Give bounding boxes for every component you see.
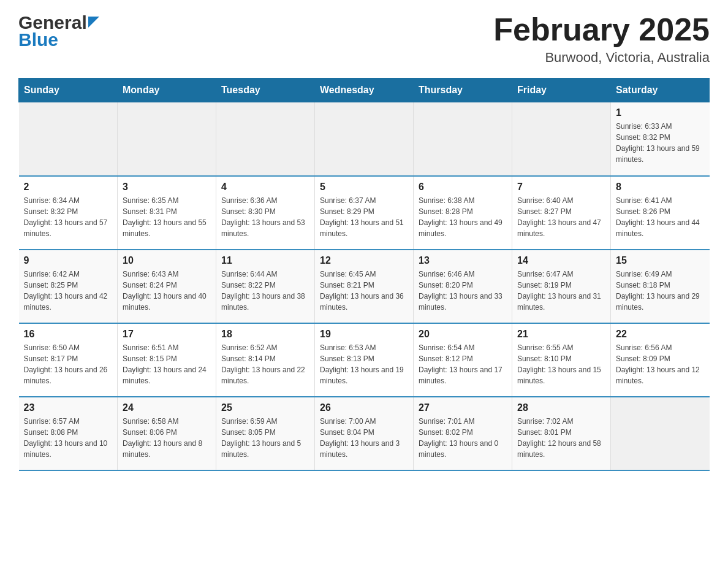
day-number: 15 xyxy=(616,255,705,266)
day-info: Sunrise: 6:57 AM Sunset: 8:08 PM Dayligh… xyxy=(24,416,113,460)
day-info: Sunrise: 7:01 AM Sunset: 8:02 PM Dayligh… xyxy=(419,416,507,460)
col-saturday: Saturday xyxy=(611,79,710,102)
day-info: Sunrise: 7:00 AM Sunset: 8:04 PM Dayligh… xyxy=(320,416,408,460)
day-number: 1 xyxy=(616,107,705,118)
cell-week4-day2: 18Sunrise: 6:52 AM Sunset: 8:14 PM Dayli… xyxy=(216,323,315,397)
day-info: Sunrise: 6:35 AM Sunset: 8:31 PM Dayligh… xyxy=(123,195,211,239)
day-number: 17 xyxy=(123,329,211,340)
day-info: Sunrise: 6:50 AM Sunset: 8:17 PM Dayligh… xyxy=(24,342,113,386)
week-row-3: 9Sunrise: 6:42 AM Sunset: 8:25 PM Daylig… xyxy=(19,250,710,323)
day-info: Sunrise: 6:47 AM Sunset: 8:19 PM Dayligh… xyxy=(517,269,605,313)
cell-week3-day3: 12Sunrise: 6:45 AM Sunset: 8:21 PM Dayli… xyxy=(315,250,414,323)
day-number: 25 xyxy=(221,402,309,413)
cell-week2-day4: 6Sunrise: 6:38 AM Sunset: 8:28 PM Daylig… xyxy=(414,176,512,250)
day-number: 14 xyxy=(517,255,605,266)
cell-week4-day4: 20Sunrise: 6:54 AM Sunset: 8:12 PM Dayli… xyxy=(414,323,512,397)
day-number: 23 xyxy=(24,402,113,413)
day-info: Sunrise: 6:46 AM Sunset: 8:20 PM Dayligh… xyxy=(419,269,507,313)
cell-week3-day6: 15Sunrise: 6:49 AM Sunset: 8:18 PM Dayli… xyxy=(611,250,710,323)
cell-week4-day3: 19Sunrise: 6:53 AM Sunset: 8:13 PM Dayli… xyxy=(315,323,414,397)
day-info: Sunrise: 6:58 AM Sunset: 8:06 PM Dayligh… xyxy=(123,416,211,460)
col-thursday: Thursday xyxy=(414,79,512,102)
day-info: Sunrise: 6:36 AM Sunset: 8:30 PM Dayligh… xyxy=(221,195,309,239)
cell-week1-day4 xyxy=(414,102,512,176)
cell-week1-day6: 1Sunrise: 6:33 AM Sunset: 8:32 PM Daylig… xyxy=(611,102,710,176)
day-info: Sunrise: 6:56 AM Sunset: 8:09 PM Dayligh… xyxy=(616,342,705,386)
day-number: 27 xyxy=(419,402,507,413)
day-number: 4 xyxy=(221,182,309,193)
day-info: Sunrise: 6:37 AM Sunset: 8:29 PM Dayligh… xyxy=(320,195,408,239)
day-info: Sunrise: 6:54 AM Sunset: 8:12 PM Dayligh… xyxy=(419,342,507,386)
day-info: Sunrise: 6:41 AM Sunset: 8:26 PM Dayligh… xyxy=(616,195,705,239)
cell-week3-day5: 14Sunrise: 6:47 AM Sunset: 8:19 PM Dayli… xyxy=(512,250,611,323)
day-number: 21 xyxy=(517,329,605,340)
cell-week4-day0: 16Sunrise: 6:50 AM Sunset: 8:17 PM Dayli… xyxy=(19,323,118,397)
cell-week1-day1 xyxy=(118,102,216,176)
week-row-2: 2Sunrise: 6:34 AM Sunset: 8:32 PM Daylig… xyxy=(19,176,710,250)
day-info: Sunrise: 6:42 AM Sunset: 8:25 PM Dayligh… xyxy=(24,269,113,313)
svg-marker-0 xyxy=(88,17,99,28)
col-tuesday: Tuesday xyxy=(216,79,315,102)
day-number: 13 xyxy=(419,255,507,266)
day-info: Sunrise: 6:34 AM Sunset: 8:32 PM Dayligh… xyxy=(24,195,113,239)
cell-week3-day1: 10Sunrise: 6:43 AM Sunset: 8:24 PM Dayli… xyxy=(118,250,216,323)
day-number: 16 xyxy=(24,329,113,340)
month-title: February 2025 xyxy=(493,12,710,47)
day-info: Sunrise: 6:43 AM Sunset: 8:24 PM Dayligh… xyxy=(123,269,211,313)
day-number: 6 xyxy=(419,182,507,193)
day-number: 7 xyxy=(517,182,605,193)
logo-arrow-icon xyxy=(88,17,99,30)
cell-week4-day6: 22Sunrise: 6:56 AM Sunset: 8:09 PM Dayli… xyxy=(611,323,710,397)
col-wednesday: Wednesday xyxy=(315,79,414,102)
cell-week2-day5: 7Sunrise: 6:40 AM Sunset: 8:27 PM Daylig… xyxy=(512,176,611,250)
col-friday: Friday xyxy=(512,79,611,102)
week-row-5: 23Sunrise: 6:57 AM Sunset: 8:08 PM Dayli… xyxy=(19,397,710,470)
cell-week2-day0: 2Sunrise: 6:34 AM Sunset: 8:32 PM Daylig… xyxy=(19,176,118,250)
day-number: 3 xyxy=(123,182,211,193)
day-info: Sunrise: 7:02 AM Sunset: 8:01 PM Dayligh… xyxy=(517,416,605,460)
cell-week3-day2: 11Sunrise: 6:44 AM Sunset: 8:22 PM Dayli… xyxy=(216,250,315,323)
cell-week5-day1: 24Sunrise: 6:58 AM Sunset: 8:06 PM Dayli… xyxy=(118,397,216,470)
day-info: Sunrise: 6:53 AM Sunset: 8:13 PM Dayligh… xyxy=(320,342,408,386)
cell-week1-day2 xyxy=(216,102,315,176)
day-number: 20 xyxy=(419,329,507,340)
cell-week5-day3: 26Sunrise: 7:00 AM Sunset: 8:04 PM Dayli… xyxy=(315,397,414,470)
cell-week1-day5 xyxy=(512,102,611,176)
day-info: Sunrise: 6:38 AM Sunset: 8:28 PM Dayligh… xyxy=(419,195,507,239)
cell-week2-day1: 3Sunrise: 6:35 AM Sunset: 8:31 PM Daylig… xyxy=(118,176,216,250)
cell-week4-day5: 21Sunrise: 6:55 AM Sunset: 8:10 PM Dayli… xyxy=(512,323,611,397)
day-number: 11 xyxy=(221,255,309,266)
cell-week5-day5: 28Sunrise: 7:02 AM Sunset: 8:01 PM Dayli… xyxy=(512,397,611,470)
day-number: 10 xyxy=(123,255,211,266)
week-row-1: 1Sunrise: 6:33 AM Sunset: 8:32 PM Daylig… xyxy=(19,102,710,176)
day-info: Sunrise: 6:55 AM Sunset: 8:10 PM Dayligh… xyxy=(517,342,605,386)
cell-week5-day4: 27Sunrise: 7:01 AM Sunset: 8:02 PM Dayli… xyxy=(414,397,512,470)
cell-week5-day6 xyxy=(611,397,710,470)
day-number: 12 xyxy=(320,255,408,266)
day-info: Sunrise: 6:59 AM Sunset: 8:05 PM Dayligh… xyxy=(221,416,309,460)
day-number: 5 xyxy=(320,182,408,193)
day-number: 18 xyxy=(221,329,309,340)
col-sunday: Sunday xyxy=(19,79,118,102)
cell-week1-day0 xyxy=(19,102,118,176)
cell-week5-day2: 25Sunrise: 6:59 AM Sunset: 8:05 PM Dayli… xyxy=(216,397,315,470)
day-info: Sunrise: 6:49 AM Sunset: 8:18 PM Dayligh… xyxy=(616,269,705,313)
day-number: 8 xyxy=(616,182,705,193)
cell-week3-day0: 9Sunrise: 6:42 AM Sunset: 8:25 PM Daylig… xyxy=(19,250,118,323)
day-number: 2 xyxy=(24,182,113,193)
cell-week1-day3 xyxy=(315,102,414,176)
logo: General Blue xyxy=(18,12,99,50)
day-number: 9 xyxy=(24,255,113,266)
calendar-table: Sunday Monday Tuesday Wednesday Thursday… xyxy=(18,78,710,471)
logo-blue-text: Blue xyxy=(18,29,58,50)
day-number: 22 xyxy=(616,329,705,340)
day-info: Sunrise: 6:33 AM Sunset: 8:32 PM Dayligh… xyxy=(616,121,705,165)
cell-week2-day6: 8Sunrise: 6:41 AM Sunset: 8:26 PM Daylig… xyxy=(611,176,710,250)
day-number: 19 xyxy=(320,329,408,340)
day-info: Sunrise: 6:40 AM Sunset: 8:27 PM Dayligh… xyxy=(517,195,605,239)
day-info: Sunrise: 6:44 AM Sunset: 8:22 PM Dayligh… xyxy=(221,269,309,313)
cell-week3-day4: 13Sunrise: 6:46 AM Sunset: 8:20 PM Dayli… xyxy=(414,250,512,323)
cell-week2-day2: 4Sunrise: 6:36 AM Sunset: 8:30 PM Daylig… xyxy=(216,176,315,250)
header-row: Sunday Monday Tuesday Wednesday Thursday… xyxy=(19,79,710,102)
location-subtitle: Burwood, Victoria, Australia xyxy=(493,50,710,66)
